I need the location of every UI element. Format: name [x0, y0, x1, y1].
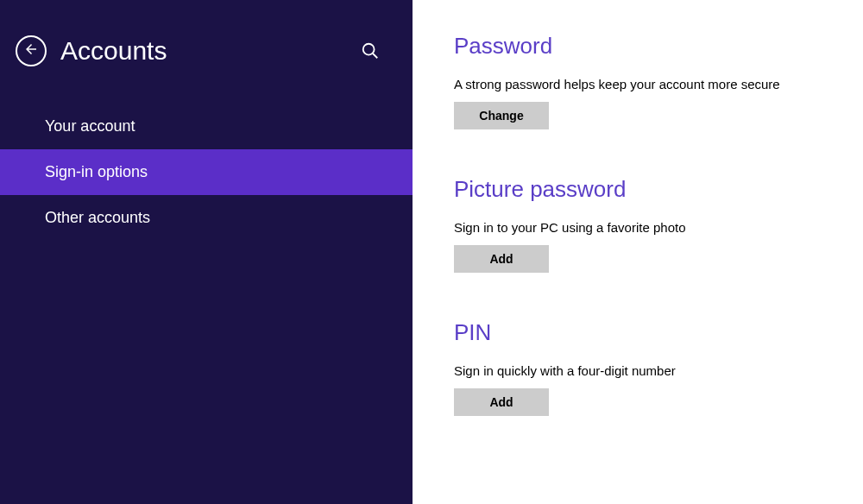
pin-section: PIN Sign in quickly with a four-digit nu…	[454, 319, 846, 416]
section-title-pin: PIN	[454, 319, 846, 346]
search-button[interactable]	[361, 41, 380, 60]
page-title: Accounts	[60, 36, 361, 66]
back-button[interactable]	[16, 35, 47, 66]
sidebar-item-label: Your account	[45, 117, 135, 135]
sidebar-header: Accounts	[0, 0, 413, 78]
sidebar-item-sign-in-options[interactable]: Sign-in options	[0, 149, 413, 195]
section-title-picture-password: Picture password	[454, 176, 846, 203]
section-desc-pin: Sign in quickly with a four-digit number	[454, 363, 846, 378]
change-password-button[interactable]: Change	[454, 102, 549, 129]
sidebar-item-label: Other accounts	[45, 209, 150, 226]
password-section: Password A strong password helps keep yo…	[454, 33, 846, 129]
section-title-password: Password	[454, 33, 846, 60]
picture-password-section: Picture password Sign in to your PC usin…	[454, 176, 846, 273]
content-panel: Password A strong password helps keep yo…	[413, 0, 863, 504]
add-picture-password-button[interactable]: Add	[454, 245, 549, 273]
nav-list: Your account Sign-in options Other accou…	[0, 104, 413, 241]
sidebar-item-label: Sign-in options	[45, 163, 148, 180]
sidebar-item-other-accounts[interactable]: Other accounts	[0, 195, 413, 241]
svg-line-1	[373, 54, 378, 59]
svg-point-0	[363, 44, 375, 55]
sidebar-item-your-account[interactable]: Your account	[0, 104, 413, 149]
section-desc-picture-password: Sign in to your PC using a favorite phot…	[454, 220, 846, 235]
back-arrow-icon	[23, 41, 39, 60]
section-desc-password: A strong password helps keep your accoun…	[454, 77, 846, 91]
add-pin-button[interactable]: Add	[454, 388, 549, 416]
sidebar: Accounts Your account Sign-in options Ot…	[0, 0, 413, 504]
search-icon	[361, 48, 380, 63]
